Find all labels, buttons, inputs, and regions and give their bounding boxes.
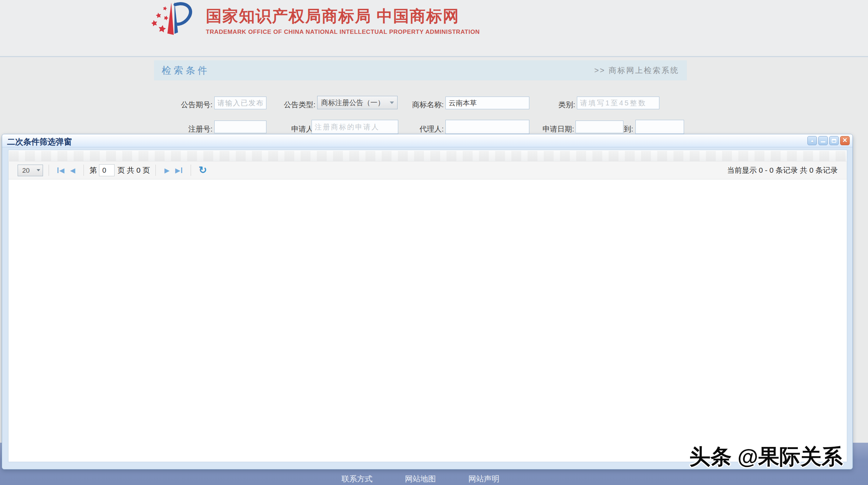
application-date-to-input[interactable] — [635, 120, 684, 134]
pager-separator — [191, 165, 191, 176]
next-page-icon: ▶ — [164, 167, 170, 174]
page-prefix-label: 第 — [90, 165, 97, 175]
page: 国家知识产权局商标局 中国商标网 TRADEMARK OFFICE OF CHI… — [0, 0, 868, 485]
next-page-button[interactable]: ▶ — [164, 167, 170, 174]
refresh-button[interactable]: ↻ — [199, 165, 207, 175]
applicant-label: 申请人: — [269, 124, 315, 134]
filter-dialog: 二次条件筛选弹窗 ▲ × 2 — [2, 134, 853, 469]
footer-link-sitemap[interactable]: 网站地图 — [405, 474, 436, 484]
dialog-window-buttons: ▲ × — [807, 136, 850, 145]
issue-number-label: 公告期号: — [160, 100, 213, 110]
toutiao-watermark: 头条 @果际关系 — [689, 443, 843, 471]
footer-link-contact[interactable]: 联系方式 — [341, 474, 373, 484]
maximize-button[interactable] — [829, 136, 839, 145]
prev-page-icon: ◀ — [70, 167, 75, 174]
search-panel-title: 检索条件 — [162, 64, 210, 77]
trademark-name-label: 商标名称: — [404, 100, 444, 110]
page-number-input[interactable] — [99, 164, 115, 176]
maximize-icon — [832, 139, 836, 143]
site-header: 国家知识产权局商标局 中国商标网 TRADEMARK OFFICE OF CHI… — [0, 0, 868, 57]
last-page-button[interactable]: ▶ — [175, 167, 182, 174]
first-page-button[interactable]: ◀ — [57, 167, 64, 174]
page-size-select[interactable]: 20 — [18, 165, 43, 176]
cnipa-logo-icon — [152, 1, 201, 36]
pager-separator — [84, 165, 84, 176]
dialog-content: 20 ◀ ◀ 第 页 共 0 页 ▶ — [8, 150, 847, 462]
last-page-icon — [181, 167, 182, 173]
announcement-type-label: 公告类型: — [269, 100, 315, 110]
pager-separator — [49, 165, 49, 176]
registration-number-input[interactable] — [214, 121, 266, 133]
announcement-type-select[interactable]: 商标注册公告（一） — [317, 96, 398, 109]
collapse-icon: ▲ — [810, 139, 814, 143]
registration-number-label: 注册号: — [160, 124, 213, 134]
grid-header-row — [9, 151, 847, 161]
application-date-label: 申请日期: — [529, 124, 574, 134]
trademark-name-input[interactable] — [445, 97, 529, 109]
trademark-search-system-link[interactable]: >> 商标网上检索系统 — [594, 65, 679, 76]
record-count-status: 当前显示 0 - 0 条记录 共 0 条记录 — [727, 165, 838, 175]
footer-links: 联系方式 网站地图 网站声明 — [154, 474, 687, 484]
date-to-label: 到: — [624, 124, 635, 134]
brand-block: 国家知识产权局商标局 中国商标网 TRADEMARK OFFICE OF CHI… — [206, 1, 480, 36]
first-page-icon — [57, 167, 59, 173]
page-count-label: 页 共 0 页 — [117, 165, 150, 175]
agent-label: 代理人: — [404, 124, 444, 134]
close-icon: × — [843, 136, 847, 144]
minimize-button[interactable] — [818, 136, 828, 145]
pager-toolbar: 20 ◀ ◀ 第 页 共 0 页 ▶ — [8, 161, 847, 179]
announcement-type-select-wrap: 商标注册公告（一） — [317, 96, 398, 109]
pager-separator — [155, 165, 156, 176]
search-panel-header: 检索条件 >> 商标网上检索系统 — [154, 60, 687, 80]
brand-title: 国家知识产权局商标局 中国商标网 — [206, 6, 480, 27]
brand-subtitle: TRADEMARK OFFICE OF CHINA NATIONAL INTEL… — [206, 29, 480, 36]
prev-page-button[interactable]: ◀ — [70, 167, 75, 174]
collapse-button[interactable]: ▲ — [807, 136, 817, 145]
page-size-select-wrap: 20 — [18, 165, 43, 176]
dialog-title: 二次条件筛选弹窗 — [7, 136, 72, 147]
application-date-from-input[interactable] — [575, 121, 623, 133]
class-input[interactable] — [577, 97, 659, 109]
close-button[interactable]: × — [840, 136, 850, 145]
footer-link-statement[interactable]: 网站声明 — [468, 474, 499, 484]
logo-area: 国家知识产权局商标局 中国商标网 TRADEMARK OFFICE OF CHI… — [152, 1, 480, 36]
class-label: 类别: — [536, 100, 575, 110]
issue-number-input[interactable] — [214, 97, 266, 109]
dialog-titlebar[interactable]: 二次条件筛选弹窗 ▲ × — [2, 134, 852, 147]
agent-input[interactable] — [445, 120, 529, 134]
minimize-icon — [821, 141, 825, 142]
applicant-input[interactable] — [312, 120, 398, 134]
